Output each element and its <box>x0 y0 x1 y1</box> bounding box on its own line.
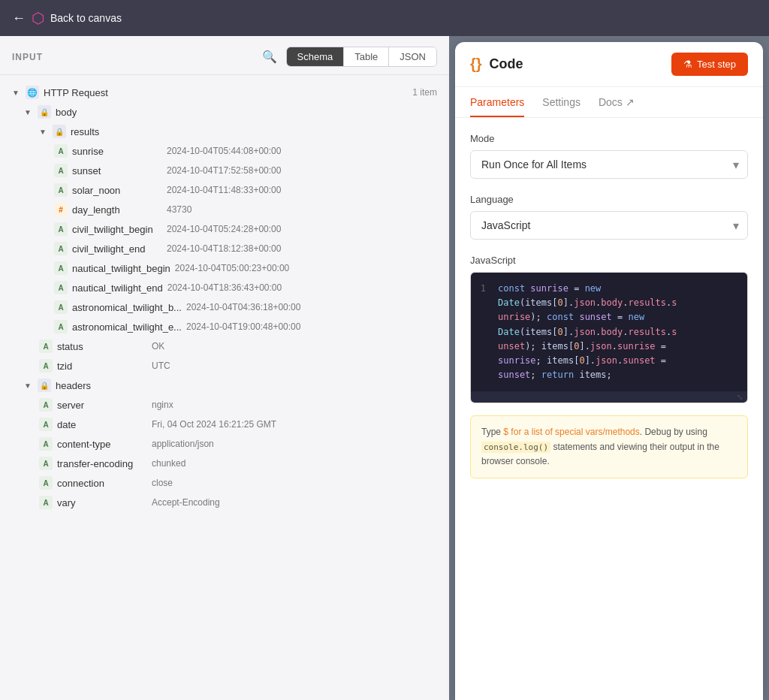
code-editor-label: JavaScript <box>470 255 748 266</box>
field-value: 2024-10-04T17:52:58+00:00 <box>167 165 281 176</box>
globe-icon: 🌐 <box>26 86 39 99</box>
list-item: # day_length 43730 <box>0 200 449 219</box>
type-badge-a: A <box>54 261 68 275</box>
code-content[interactable]: const sunrise = new Date(items[0].json.b… <box>498 282 738 382</box>
list-item: A astronomical_twilight_e... 2024-10-04T… <box>0 317 449 336</box>
field-value: 2024-10-04T05:00:23+00:00 <box>175 263 289 273</box>
flask-icon: ⚗ <box>683 59 692 70</box>
view-tab-group: Schema Table JSON <box>286 47 437 67</box>
mode-label: Mode <box>470 133 748 144</box>
field-value: application/json <box>152 439 214 449</box>
chevron-icon[interactable]: ▼ <box>12 89 21 97</box>
type-badge-a: A <box>54 183 68 197</box>
tab-docs[interactable]: Docs ↗ <box>599 87 635 117</box>
test-step-label: Test step <box>697 59 736 70</box>
panel-body: Mode Run Once for All Items ▾ Language J… <box>455 118 763 700</box>
type-badge-a: A <box>54 164 68 177</box>
header-controls: 🔍 Schema Table JSON <box>259 47 437 67</box>
top-bar: ← ⬡ Back to canvas <box>0 0 769 36</box>
code-editor: 1 const sunrise = new Date(items[0].json… <box>470 272 748 403</box>
field-name: solar_noon <box>72 185 162 196</box>
tree-results: ▼ 🔒 results <box>0 122 449 141</box>
list-item: A transfer-encoding chunked <box>0 454 449 473</box>
results-label: results <box>71 126 161 137</box>
field-value: UTC <box>152 361 170 371</box>
field-name: astronomical_twilight_b... <box>72 302 182 313</box>
input-label: INPUT <box>12 52 43 62</box>
headers-label: headers <box>56 380 146 391</box>
field-name: civil_twilight_end <box>72 243 162 255</box>
hint-text-prefix: Type <box>481 427 503 437</box>
type-badge-a: A <box>39 398 53 412</box>
tab-parameters[interactable]: Parameters <box>470 87 524 117</box>
tree-body: ▼ 🔒 body <box>0 102 449 122</box>
tree-content: ▼ 🌐 HTTP Request 1 item ▼ 🔒 body ▼ 🔒 res… <box>0 75 449 700</box>
mode-select[interactable]: Run Once for All Items <box>470 150 748 179</box>
field-value: 43730 <box>167 204 191 215</box>
body-label: body <box>56 107 146 118</box>
hint-box: Type $ for a list of special vars/method… <box>470 415 748 478</box>
field-value: Fri, 04 Oct 2024 16:21:25 GMT <box>152 419 276 430</box>
panel-title: {} Code <box>470 56 523 73</box>
hint-special: $ for a list of special vars/methods <box>503 427 639 437</box>
list-item: A tzid UTC <box>0 356 449 376</box>
back-to-canvas-label[interactable]: Back to canvas <box>50 12 122 24</box>
field-value: chunked <box>152 458 185 469</box>
type-badge-a: A <box>39 339 53 353</box>
test-step-button[interactable]: ⚗ Test step <box>671 53 748 76</box>
field-name: nautical_twilight_end <box>72 282 163 294</box>
field-value: nginx <box>152 400 173 410</box>
chevron-icon[interactable]: ▼ <box>24 108 33 116</box>
lock-icon: 🔒 <box>53 125 66 138</box>
hint-text-middle: . Debug by using <box>640 427 707 437</box>
field-value: 2024-10-04T05:44:08+00:00 <box>167 146 281 156</box>
field-name: sunrise <box>72 146 162 157</box>
field-value: 2024-10-04T11:48:33+00:00 <box>167 185 281 195</box>
main-content: INPUT 🔍 Schema Table JSON ▼ 🌐 HTTP Reque… <box>0 36 769 700</box>
tab-settings[interactable]: Settings <box>542 87 581 117</box>
list-item: A date Fri, 04 Oct 2024 16:21:25 GMT <box>0 415 449 434</box>
tab-table[interactable]: Table <box>344 47 389 66</box>
http-request-label: HTTP Request <box>44 87 134 98</box>
field-value: 2024-10-04T18:12:38+00:00 <box>167 243 281 254</box>
field-name: connection <box>57 478 147 489</box>
type-badge-a: A <box>54 144 68 158</box>
field-name: date <box>57 419 147 430</box>
type-badge-a: A <box>54 300 68 314</box>
resize-handle[interactable]: ⤡ <box>471 391 747 403</box>
right-panel: {} Code ⚗ Test step Parameters Settings … <box>455 42 763 700</box>
item-count: 1 item <box>412 87 437 98</box>
list-item: A astronomical_twilight_b... 2024-10-04T… <box>0 297 449 317</box>
list-item: A sunset 2024-10-04T17:52:58+00:00 <box>0 161 449 180</box>
list-item: A sunrise 2024-10-04T05:44:08+00:00 <box>0 141 449 161</box>
type-badge-a: A <box>54 281 68 294</box>
type-badge-a: A <box>39 476 53 490</box>
language-select[interactable]: JavaScript <box>470 211 748 240</box>
list-item: A nautical_twilight_end 2024-10-04T18:36… <box>0 278 449 297</box>
search-button[interactable]: 🔍 <box>259 47 280 67</box>
chevron-icon[interactable]: ▼ <box>24 382 33 390</box>
chevron-icon[interactable]: ▼ <box>39 128 48 136</box>
type-badge-a: A <box>39 359 53 373</box>
list-item: A content-type application/json <box>0 434 449 454</box>
tab-schema[interactable]: Schema <box>287 47 345 66</box>
list-item: A connection close <box>0 473 449 493</box>
list-item: A server nginx <box>0 395 449 415</box>
field-name: civil_twilight_begin <box>72 224 162 235</box>
back-arrow-icon: ← <box>12 11 26 26</box>
tab-json[interactable]: JSON <box>389 47 436 66</box>
list-item: A vary Accept-Encoding <box>0 493 449 512</box>
field-value: 2024-10-04T04:36:18+00:00 <box>186 302 300 312</box>
list-item: A civil_twilight_end 2024-10-04T18:12:38… <box>0 239 449 258</box>
field-name: status <box>57 341 147 352</box>
left-header: INPUT 🔍 Schema Table JSON <box>0 36 449 75</box>
type-badge-a: A <box>54 222 68 236</box>
lock-icon: 🔒 <box>38 379 51 392</box>
list-item: A solar_noon 2024-10-04T11:48:33+00:00 <box>0 180 449 200</box>
code-area[interactable]: 1 const sunrise = new Date(items[0].json… <box>471 273 747 391</box>
type-badge-a: A <box>39 418 53 431</box>
line-numbers: 1 <box>480 282 498 382</box>
language-select-wrapper: JavaScript ▾ <box>470 211 748 240</box>
type-badge-a: A <box>54 320 68 333</box>
hint-mono: console.log() <box>481 442 550 453</box>
